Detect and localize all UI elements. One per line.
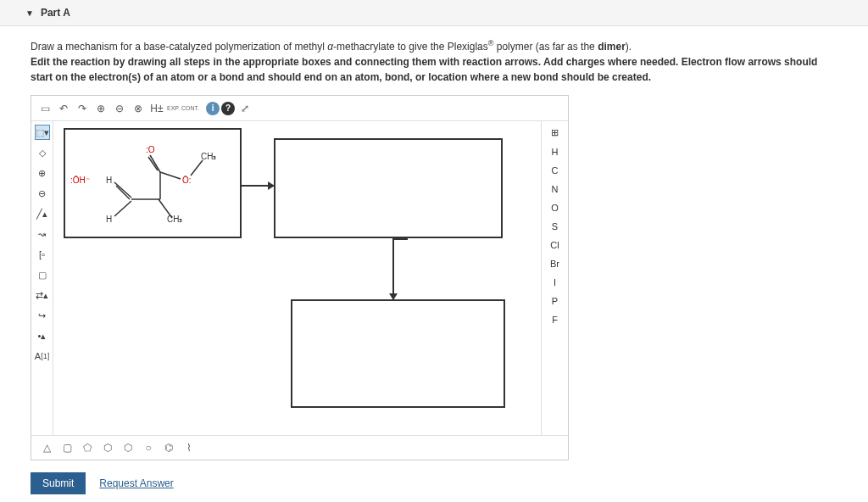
element-n[interactable]: N (545, 181, 565, 197)
marquee-tool-icon[interactable]: ⬚▾ (35, 125, 50, 140)
zoom-out-icon[interactable]: ⊖ (111, 100, 128, 117)
reaction-box-3[interactable] (291, 299, 505, 408)
eraser-tool-icon[interactable]: ◇ (35, 145, 50, 160)
reaction-arrow-1[interactable] (242, 185, 274, 187)
square-template-icon[interactable]: ▢ (60, 441, 74, 455)
reaction-box-2[interactable] (274, 138, 503, 238)
curved-arrow-icon[interactable]: ↝ (35, 226, 50, 242)
element-c[interactable]: C (545, 163, 565, 178)
atom-h2[interactable]: H (106, 215, 112, 224)
part-label: Part A (41, 7, 70, 19)
charge-plus-icon[interactable]: ⊕ (35, 165, 50, 181)
drawing-canvas[interactable]: :ÖH⁻ H H :O Ö: CH₃ (53, 121, 541, 435)
ring-template-icon[interactable]: ○ (142, 441, 155, 455)
svg-line-9 (191, 160, 203, 176)
periodic-table-icon[interactable]: ⊞ (545, 125, 565, 141)
zoom-in-icon[interactable]: ⊕ (92, 100, 109, 117)
svg-line-1 (116, 186, 130, 199)
exp-button[interactable]: EXP. (167, 105, 180, 111)
redo-icon[interactable]: ↷ (74, 100, 91, 117)
reaction-arrow-icon[interactable]: ⇄▴ (35, 287, 50, 303)
atom-h1[interactable]: H (106, 176, 112, 185)
template-bar: △ ▢ ⬠ ⬡ ⬡ ○ ⌬ ⌇ (31, 435, 568, 460)
element-palette: ⊞ H C N O S Cl Br I P F (541, 121, 568, 435)
request-answer-link[interactable]: Request Answer (99, 477, 173, 489)
box-icon[interactable]: ▢ (35, 267, 50, 282)
hexagon2-template-icon[interactable]: ⬡ (121, 441, 135, 455)
help-icon[interactable]: ? (221, 102, 235, 115)
atom-o2[interactable]: Ö: (182, 176, 192, 185)
svg-line-7 (148, 157, 158, 170)
element-i[interactable]: I (545, 275, 565, 290)
top-toolbar: ▭ ↶ ↷ ⊕ ⊖ ⊗ H± EXP. CONT. i ? ⤢ (31, 96, 568, 121)
info-icon[interactable]: i (206, 102, 220, 115)
pentagon-template-icon[interactable]: ⬠ (81, 441, 94, 455)
benzene-template-icon[interactable]: ⌬ (162, 441, 175, 455)
hexagon-template-icon[interactable]: ⬡ (101, 441, 114, 455)
zoom-fit-icon[interactable]: ⊗ (130, 100, 147, 117)
fullscreen-icon[interactable]: ⤢ (236, 100, 253, 117)
svg-line-8 (160, 172, 181, 179)
atom-o1[interactable]: :O (146, 145, 155, 154)
element-o[interactable]: O (545, 200, 565, 215)
element-s[interactable]: S (545, 219, 565, 234)
triangle-template-icon[interactable]: △ (40, 441, 53, 455)
drawing-editor: ▭ ↶ ↷ ⊕ ⊖ ⊗ H± EXP. CONT. i ? ⤢ ⬚▾ ◇ ⊕ ⊖… (31, 95, 569, 460)
mechanism-arrow-icon[interactable]: ↪ (35, 308, 50, 323)
element-h[interactable]: H (545, 144, 565, 159)
reaction-arrow-2[interactable] (392, 238, 394, 299)
element-p[interactable]: P (545, 293, 565, 309)
single-bond-icon[interactable]: ╱▴ (35, 206, 50, 221)
atom-oh[interactable]: :ÖH⁻ (70, 176, 90, 185)
collapse-icon[interactable]: ▼ (25, 8, 34, 18)
cont-button[interactable]: CONT. (181, 105, 199, 111)
element-f[interactable]: F (545, 312, 565, 327)
svg-line-6 (150, 155, 160, 172)
left-toolbar: ⬚▾ ◇ ⊕ ⊖ ╱▴ ↝ [▫ ▢ ⇄▴ ↪ •▴ A[1] (31, 121, 53, 435)
atom-ch3-1[interactable]: CH₃ (201, 152, 216, 161)
svg-line-0 (114, 182, 131, 198)
new-icon[interactable]: ▭ (36, 100, 53, 117)
submit-button[interactable]: Submit (31, 472, 86, 494)
undo-icon[interactable]: ↶ (55, 100, 72, 117)
atom-label-tool[interactable]: A[1] (35, 349, 50, 364)
instructions-text: Draw a mechanism for a base-catalyzed po… (31, 38, 837, 85)
svg-line-2 (114, 201, 131, 216)
reaction-box-1[interactable]: :ÖH⁻ H H :O Ö: CH₃ (64, 128, 242, 238)
hydrogen-toggle[interactable]: H± (148, 100, 165, 117)
chair-template-icon[interactable]: ⌇ (182, 441, 196, 455)
element-br[interactable]: Br (545, 256, 565, 271)
charge-minus-icon[interactable]: ⊖ (35, 186, 50, 201)
atom-ch3-2[interactable]: CH₃ (167, 215, 182, 224)
bracket-icon[interactable]: [▫ (35, 247, 50, 262)
element-cl[interactable]: Cl (545, 237, 565, 253)
lone-pair-icon[interactable]: •▴ (35, 328, 50, 343)
